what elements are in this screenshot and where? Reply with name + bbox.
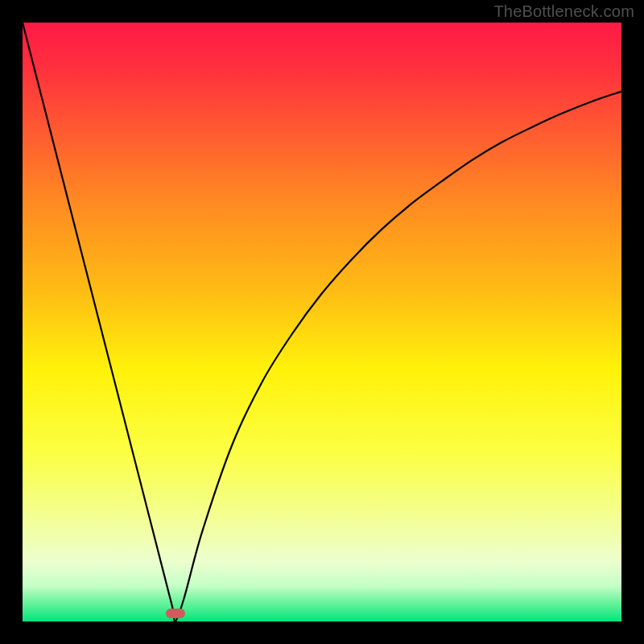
gradient-background [23, 23, 621, 621]
chart-frame: TheBottleneck.com [0, 0, 644, 644]
gradient-rect [23, 23, 621, 621]
plot-area [23, 23, 621, 621]
min-marker [166, 609, 185, 618]
watermark-text: TheBottleneck.com [493, 2, 634, 21]
